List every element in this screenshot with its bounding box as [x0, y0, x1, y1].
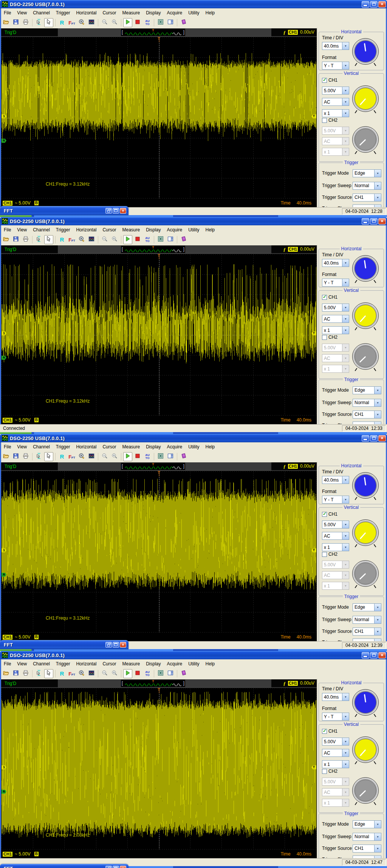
title-bar[interactable]: DSO-2250 USB(7.0.0.1) × [0, 217, 387, 225]
menu-help[interactable]: Help [203, 660, 218, 668]
taskbar-button[interactable] [278, 649, 387, 651]
preview-bracket-left[interactable]: [ [122, 680, 123, 687]
menu-acquire[interactable]: Acquire [164, 443, 186, 451]
maximize-button[interactable] [370, 652, 378, 659]
full-screen-button[interactable] [156, 669, 165, 678]
menu-view[interactable]: View [14, 226, 30, 234]
menu-channel[interactable]: Channel [30, 443, 53, 451]
save-button[interactable] [11, 235, 20, 244]
menu-file[interactable]: File [1, 226, 14, 234]
chevron-down-icon[interactable]: ▼ [342, 259, 349, 267]
waveform-display-button[interactable] [87, 18, 96, 27]
ch1-coupling-select[interactable]: AC▼ [322, 749, 349, 757]
auto-setup-button[interactable]: AUTO [143, 18, 152, 27]
fft-close-button[interactable]: × [120, 642, 126, 648]
stop-acquisition-button[interactable] [133, 235, 142, 244]
trigger-slope-select[interactable]: +▼ [353, 856, 381, 859]
menu-channel[interactable]: Channel [30, 226, 53, 234]
help-button[interactable]: ? [179, 669, 188, 678]
print-button[interactable] [21, 235, 30, 244]
ch2-position-knob[interactable] [352, 777, 379, 804]
chevron-down-icon[interactable]: ▼ [342, 315, 349, 322]
menu-channel[interactable]: Channel [30, 660, 53, 668]
print-button[interactable] [21, 18, 30, 27]
fft-restore-button[interactable] [105, 208, 112, 214]
menu-view[interactable]: View [14, 9, 30, 17]
print-button[interactable] [21, 452, 30, 461]
panel-layout-button[interactable] [166, 235, 175, 244]
taskbar-button[interactable] [34, 432, 173, 434]
r-tool-button[interactable]: R [57, 235, 67, 244]
help-button[interactable]: ? [179, 452, 188, 461]
chevron-down-icon[interactable]: ▼ [374, 845, 381, 852]
fft-window[interactable]: FFT × [0, 206, 128, 215]
chevron-down-icon[interactable]: ▼ [342, 62, 349, 69]
time-div-select[interactable]: 40.0ms▼ [322, 42, 349, 50]
fft-maximize-button[interactable] [113, 208, 119, 214]
fft-button[interactable]: FFT [67, 18, 76, 27]
r-tool-button[interactable]: R [57, 669, 67, 678]
checkbox-box[interactable] [322, 769, 327, 774]
ch2-checkbox[interactable]: CH2 [322, 769, 337, 774]
maximize-button[interactable] [370, 218, 378, 225]
open-button[interactable] [2, 669, 11, 678]
horizontal-position-knob[interactable] [352, 255, 379, 282]
trigger-mode-select[interactable]: Edge▼ [353, 386, 381, 394]
chevron-down-icon[interactable]: ▼ [374, 170, 381, 177]
chevron-down-icon[interactable]: ▼ [374, 833, 381, 840]
ch1-checkbox[interactable]: ✓ CH1 [322, 78, 337, 83]
ch1-checkbox[interactable]: ✓ CH1 [322, 294, 337, 300]
maximize-button[interactable] [370, 435, 378, 442]
preview-bracket-left[interactable]: [ [122, 463, 123, 470]
preview-trigger-marker[interactable]: T [152, 29, 154, 32]
fft-maximize-button[interactable] [113, 866, 119, 868]
menu-utility[interactable]: Utility [185, 660, 202, 668]
film-button[interactable] [77, 669, 86, 678]
r-tool-button[interactable]: R [57, 452, 67, 461]
preview-bracket-right[interactable]: ] [183, 463, 184, 470]
taskbar-button[interactable] [278, 215, 387, 217]
chevron-down-icon[interactable]: ▼ [374, 821, 381, 828]
chevron-down-icon[interactable]: ▼ [342, 761, 349, 768]
horizontal-position-knob[interactable] [352, 689, 379, 716]
chevron-down-icon[interactable]: ▼ [374, 194, 381, 201]
start-acquisition-button[interactable] [123, 452, 132, 461]
chevron-down-icon[interactable]: ▼ [342, 327, 349, 334]
trigger-source-select[interactable]: CH1▼ [353, 411, 381, 418]
print-button[interactable] [21, 669, 30, 678]
zoom-out-button[interactable] [100, 235, 109, 244]
pointer-button[interactable] [44, 452, 53, 461]
chevron-down-icon[interactable]: ▼ [374, 616, 381, 623]
chevron-down-icon[interactable]: ▼ [342, 304, 349, 311]
trigger-slope-select[interactable]: +▼ [353, 422, 381, 425]
trigger-mode-select[interactable]: Edge▼ [353, 603, 381, 611]
start-button[interactable] [0, 432, 32, 434]
cursor-measure-button[interactable] [34, 18, 43, 27]
start-button[interactable] [0, 215, 32, 217]
title-bar[interactable]: DSO-2250 USB(7.0.0.1) × [0, 434, 387, 442]
trigger-mode-select[interactable]: Edge▼ [353, 169, 381, 177]
cursor-measure-button[interactable] [34, 235, 43, 244]
trigger-slope-select[interactable]: +▼ [353, 639, 381, 642]
ch1-position-knob[interactable] [352, 736, 379, 763]
preview-bracket-right[interactable]: ] [183, 680, 184, 687]
fft-window[interactable]: FFT × [0, 640, 128, 649]
chevron-down-icon[interactable]: ▼ [342, 544, 349, 551]
stop-acquisition-button[interactable] [133, 452, 142, 461]
chevron-down-icon[interactable]: ▼ [342, 476, 349, 484]
chevron-down-icon[interactable]: ▼ [342, 42, 349, 50]
menu-acquire[interactable]: Acquire [164, 660, 186, 668]
menu-horizontal[interactable]: Horizontal [73, 226, 99, 234]
menu-cursor[interactable]: Cursor [99, 443, 119, 451]
fft-maximize-button[interactable] [113, 642, 119, 648]
close-button[interactable]: × [378, 435, 386, 442]
menu-view[interactable]: View [14, 443, 30, 451]
ch1-volts-select[interactable]: 5.00V▼ [322, 521, 349, 529]
chevron-down-icon[interactable]: ▼ [342, 713, 349, 720]
fft-restore-button[interactable] [105, 866, 112, 868]
trigger-slope-select[interactable]: +▼ [353, 205, 381, 208]
ch1-volts-select[interactable]: 5.00V▼ [322, 738, 349, 746]
preview-trigger-marker[interactable]: T [152, 680, 154, 683]
fft-button[interactable]: FFT [67, 235, 76, 244]
menu-measure[interactable]: Measure [119, 9, 143, 17]
